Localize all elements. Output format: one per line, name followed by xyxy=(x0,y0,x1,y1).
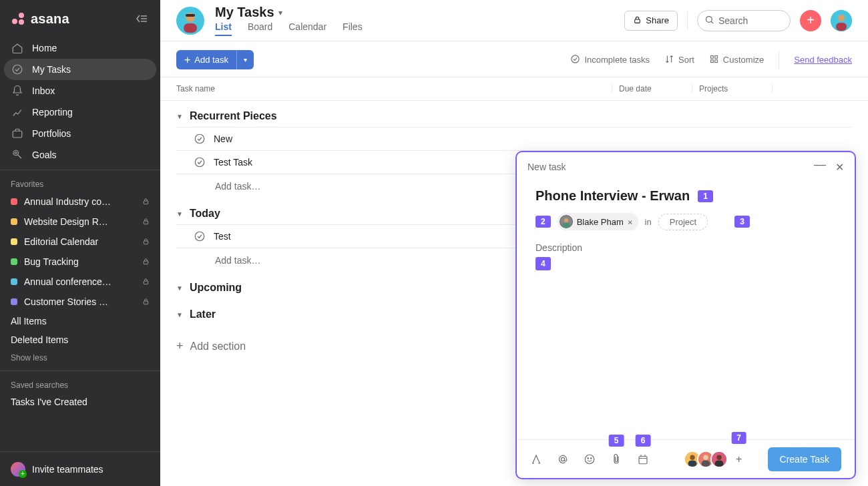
invite-teammates[interactable]: Invite teammates xyxy=(0,451,160,486)
complete-toggle-icon[interactable] xyxy=(194,230,206,242)
svg-point-15 xyxy=(706,16,712,22)
remove-assignee-icon[interactable]: × xyxy=(628,217,633,227)
project-chip[interactable]: Project xyxy=(658,214,708,230)
sort-button[interactable]: Sort xyxy=(664,54,694,66)
nav-home[interactable]: Home xyxy=(0,37,160,59)
add-task-group: +Add task ▾ xyxy=(176,50,254,69)
favorite-label: Bug Tracking xyxy=(24,256,79,267)
add-task-button[interactable]: +Add task xyxy=(176,50,236,69)
favorite-label: Website Design R… xyxy=(24,216,108,227)
collaborator-avatar[interactable] xyxy=(710,451,728,468)
svg-point-42 xyxy=(716,455,721,459)
svg-rect-5 xyxy=(144,221,148,224)
description-textarea[interactable] xyxy=(535,269,836,433)
chevron-down-icon[interactable]: ▾ xyxy=(278,8,282,17)
nav-reporting[interactable]: Reporting xyxy=(0,101,160,123)
format-text-icon[interactable] xyxy=(530,453,542,465)
column-headers: Task name Due date Projects xyxy=(160,77,868,101)
favorites-header: Favorites xyxy=(0,174,160,192)
create-task-button[interactable]: Create Task xyxy=(768,447,841,471)
nav-portfolios[interactable]: Portfolios xyxy=(0,123,160,144)
svg-point-39 xyxy=(703,455,708,459)
project-color-icon xyxy=(11,218,17,225)
saved-searches-header: Saved searches xyxy=(0,375,160,393)
favorite-item[interactable]: Annual Industry co… xyxy=(0,192,160,212)
tab-calendar[interactable]: Calendar xyxy=(288,21,327,36)
svg-rect-4 xyxy=(144,201,148,204)
search-input[interactable]: Search xyxy=(697,10,791,31)
tab-list[interactable]: List xyxy=(215,21,232,36)
sidebar-deleted-items[interactable]: Deleted Items xyxy=(0,330,160,349)
filter-incomplete-tasks[interactable]: Incomplete tasks xyxy=(570,54,650,66)
sort-icon xyxy=(664,54,674,66)
customize-button[interactable]: Customize xyxy=(709,54,764,66)
task-name-input[interactable]: Phone Interview - Erwan xyxy=(535,188,690,204)
header: My Tasks ▾ ListBoardCalendarFiles Share … xyxy=(160,0,868,41)
col-projects: Projects xyxy=(692,84,772,93)
chart-icon xyxy=(11,106,24,118)
favorite-item[interactable]: Annual conference… xyxy=(0,272,160,292)
nav-inbox[interactable]: Inbox xyxy=(0,80,160,101)
lock-icon xyxy=(142,218,150,226)
send-feedback-link[interactable]: Send feedback xyxy=(794,55,852,65)
nav-my-tasks[interactable]: My Tasks xyxy=(4,59,156,80)
svg-point-32 xyxy=(588,457,589,459)
col-task-name: Task name xyxy=(176,84,612,93)
caret-down-icon: ▼ xyxy=(176,311,183,318)
favorite-item[interactable]: Customer Stories … xyxy=(0,292,160,312)
favorites-list: Annual Industry co…Website Design R…Edit… xyxy=(0,192,160,312)
favorite-item[interactable]: Website Design R… xyxy=(0,212,160,232)
tab-board[interactable]: Board xyxy=(248,21,272,36)
svg-rect-37 xyxy=(688,460,696,466)
svg-point-19 xyxy=(572,55,579,62)
app-logo[interactable]: asana xyxy=(11,11,69,27)
sidebar-show-less[interactable]: Show less xyxy=(0,349,160,367)
nav-goals[interactable]: Goals xyxy=(0,144,160,166)
task-row[interactable]: New xyxy=(176,127,852,151)
due-date-icon[interactable]: 6 xyxy=(637,453,649,465)
lock-icon xyxy=(142,198,150,206)
svg-rect-1 xyxy=(13,131,22,138)
close-icon[interactable]: ✕ xyxy=(835,161,844,174)
assignee-chip[interactable]: Blake Pham × xyxy=(558,213,638,230)
plus-icon: + xyxy=(176,339,184,353)
complete-toggle-icon[interactable] xyxy=(194,133,206,145)
badge-1: 1 xyxy=(698,190,713,202)
svg-rect-29 xyxy=(562,223,570,228)
complete-toggle-icon[interactable] xyxy=(194,156,206,168)
saved-search-item[interactable]: Tasks I've Created xyxy=(0,393,160,411)
toolbar: +Add task ▾ Incomplete tasks Sort Custom… xyxy=(160,41,868,77)
project-color-icon xyxy=(11,298,17,305)
svg-point-31 xyxy=(585,455,594,464)
caret-down-icon: ▼ xyxy=(176,284,183,292)
svg-point-3 xyxy=(15,152,17,154)
section-header[interactable]: ▼Recurrent Pieces xyxy=(176,110,852,128)
favorite-item[interactable]: Editorial Calendar xyxy=(0,232,160,252)
minimize-icon[interactable]: — xyxy=(814,161,826,174)
svg-point-30 xyxy=(561,457,564,461)
favorite-label: Editorial Calendar xyxy=(24,236,98,247)
favorite-item[interactable]: Bug Tracking xyxy=(0,252,160,272)
add-task-dropdown[interactable]: ▾ xyxy=(236,50,254,69)
check-circle-icon xyxy=(570,54,580,66)
svg-rect-8 xyxy=(144,281,148,284)
svg-point-2 xyxy=(13,150,19,156)
share-button[interactable]: Share xyxy=(624,11,678,31)
badge-2: 2 xyxy=(535,216,551,228)
mention-icon[interactable] xyxy=(557,453,569,465)
attachment-icon[interactable]: 5 xyxy=(610,453,622,465)
collapse-sidebar-icon[interactable] xyxy=(134,11,150,27)
tab-files[interactable]: Files xyxy=(343,21,363,36)
svg-point-36 xyxy=(690,455,694,459)
profile-avatar[interactable] xyxy=(831,10,852,31)
sidebar-all-items[interactable]: All Items xyxy=(0,312,160,330)
add-collaborator-button[interactable]: 7+ xyxy=(730,451,748,468)
global-add-button[interactable]: + xyxy=(800,10,821,31)
svg-point-33 xyxy=(591,457,592,459)
lock-icon xyxy=(142,238,150,246)
project-color-icon xyxy=(11,238,17,245)
svg-rect-40 xyxy=(701,460,710,466)
page-title: My Tasks xyxy=(215,5,274,20)
emoji-icon[interactable] xyxy=(584,453,596,465)
workspace-avatar[interactable] xyxy=(176,7,204,35)
